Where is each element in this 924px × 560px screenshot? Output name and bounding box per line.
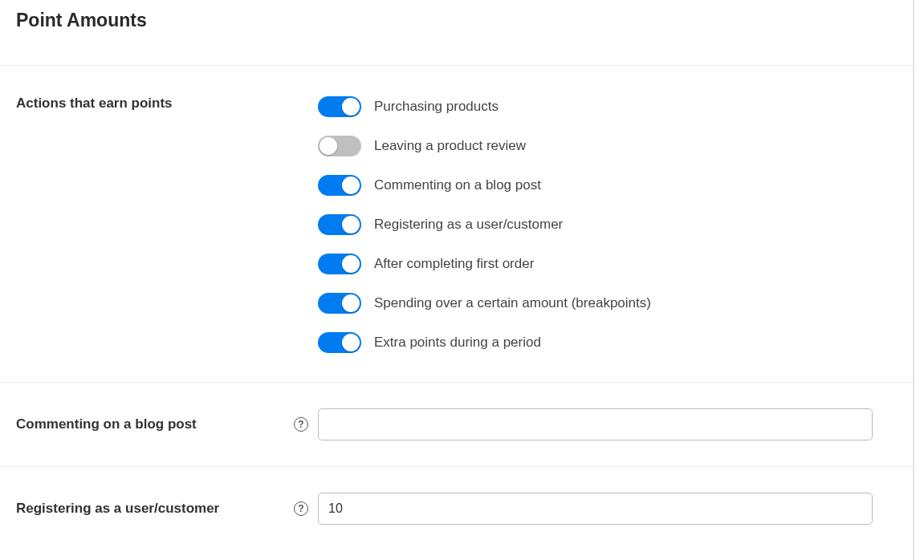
field-commenting-blog: Commenting on a blog post ?: [16, 383, 897, 466]
toggle-knob: [342, 255, 360, 273]
toggle-commenting-blog[interactable]: [318, 175, 361, 196]
toggle-label-registering-user: Registering as a user/customer: [374, 217, 563, 233]
field-registering-user-label: Registering as a user/customer: [16, 501, 284, 517]
toggle-row-extra-points-period: Extra points during a period: [318, 332, 897, 353]
toggle-extra-points-period[interactable]: [318, 332, 361, 353]
toggle-first-order[interactable]: [318, 254, 361, 274]
toggle-registering-user[interactable]: [318, 214, 361, 235]
toggle-leaving-review[interactable]: [318, 136, 361, 156]
toggle-knob: [342, 334, 360, 351]
toggle-spending-breakpoints[interactable]: [318, 293, 361, 314]
toggle-label-leaving-review: Leaving a product review: [374, 138, 526, 154]
toggle-knob: [342, 216, 360, 233]
toggle-knob: [342, 294, 360, 312]
field-commenting-blog-label: Commenting on a blog post: [16, 416, 284, 432]
toggle-row-leaving-review: Leaving a product review: [318, 136, 897, 156]
toggle-purchasing-products[interactable]: [318, 96, 361, 117]
actions-section: Actions that earn points Purchasing prod…: [16, 66, 897, 382]
actions-section-label: Actions that earn points: [16, 95, 281, 112]
toggle-knob: [342, 98, 360, 116]
toggle-row-spending-breakpoints: Spending over a certain amount (breakpoi…: [318, 293, 897, 314]
toggle-knob: [342, 177, 360, 194]
toggle-label-commenting-blog: Commenting on a blog post: [374, 177, 541, 193]
toggle-label-spending-breakpoints: Spending over a certain amount (breakpoi…: [374, 295, 651, 311]
help-icon[interactable]: ?: [294, 417, 308, 432]
commenting-blog-input[interactable]: [318, 408, 873, 440]
page-title: Point Amounts: [16, 0, 897, 65]
toggle-row-first-order: After completing first order: [318, 254, 897, 274]
toggle-row-purchasing-products: Purchasing products: [318, 96, 897, 117]
actions-toggle-list: Purchasing productsLeaving a product rev…: [289, 95, 897, 353]
help-icon[interactable]: ?: [294, 501, 308, 516]
toggle-row-registering-user: Registering as a user/customer: [318, 214, 897, 235]
toggle-label-purchasing-products: Purchasing products: [374, 99, 499, 115]
toggle-row-commenting-blog: Commenting on a blog post: [318, 175, 897, 196]
toggle-label-extra-points-period: Extra points during a period: [374, 335, 541, 351]
toggle-knob: [320, 137, 337, 155]
registering-user-input[interactable]: [318, 493, 873, 525]
field-registering-user: Registering as a user/customer ?: [16, 467, 897, 550]
toggle-label-first-order: After completing first order: [374, 256, 534, 272]
